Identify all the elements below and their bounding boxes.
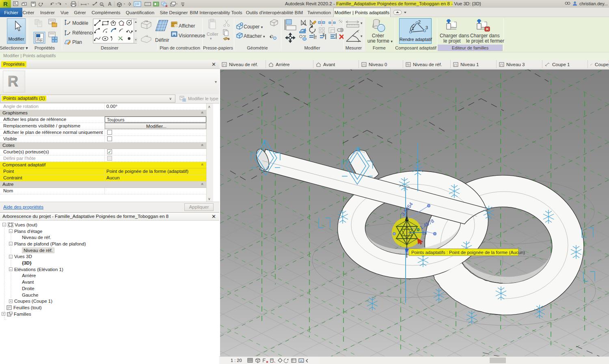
svg-text:R: R [8,73,18,90]
svg-text:A: A [108,1,112,7]
svg-text:Points adaptatifs : Point de p: Points adaptatifs : Point de poignée de … [411,250,525,255]
svg-text:2: 2 [418,19,421,24]
svg-text:3: 3 [425,25,428,30]
svg-text:1: 1 [412,26,414,31]
